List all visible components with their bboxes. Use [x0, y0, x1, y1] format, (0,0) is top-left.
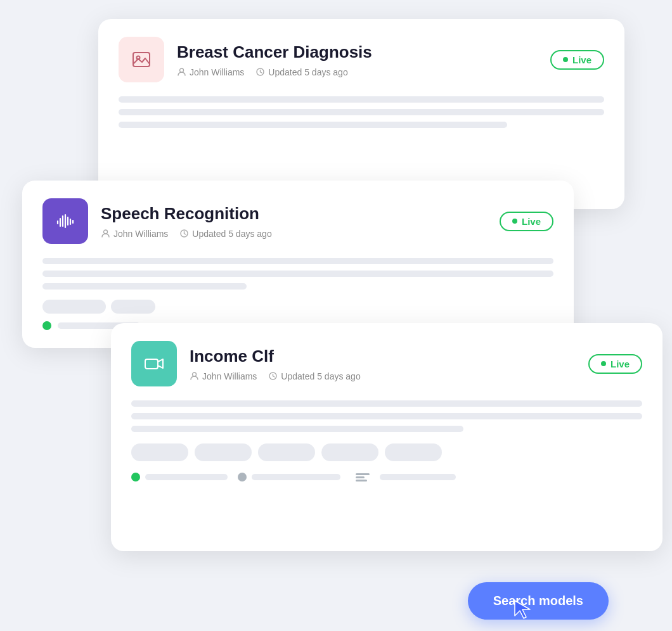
icon-line [356, 476, 365, 478]
person-icon-2 [101, 229, 110, 238]
skeleton-area-2 [42, 258, 553, 290]
skeleton-line [131, 413, 642, 419]
skeleton-line [131, 400, 642, 407]
card-title-2: Speech Recognition [101, 204, 487, 224]
card-author-1: John Williams [177, 67, 244, 77]
svg-rect-0 [133, 53, 150, 67]
card-title-3: Income Clf [190, 347, 576, 366]
pill [42, 300, 106, 314]
video-icon [143, 352, 165, 375]
card-author-3: John Williams [190, 371, 257, 381]
image-icon [130, 48, 153, 71]
search-button-label: Search models [493, 594, 583, 608]
live-badge-1: Live [550, 50, 604, 70]
card-icon-breast-cancer [119, 37, 164, 82]
metric-dot-gray [238, 473, 247, 481]
live-badge-2: Live [500, 212, 553, 231]
audio-icon [54, 210, 77, 233]
live-dot-1 [563, 57, 568, 62]
clock-icon-2 [179, 229, 189, 238]
metric-bar [380, 474, 456, 480]
live-badge-3: Live [588, 354, 642, 374]
metric-icon-lines [356, 473, 370, 481]
skeleton-area-3 [131, 400, 642, 432]
metric-item-gray [238, 473, 340, 481]
metric-item-icon [356, 473, 456, 481]
svg-point-11 [104, 230, 108, 234]
tag-pill [321, 443, 378, 461]
clock-icon-1 [255, 67, 265, 77]
metric-icon [356, 473, 370, 481]
card-title-area-1: Breast Cancer Diagnosis John Williams [177, 42, 538, 77]
card-title-area-3: Income Clf John Williams [190, 347, 576, 381]
card-icon-speech [42, 198, 88, 244]
svg-rect-13 [145, 359, 158, 369]
search-models-button[interactable]: Search models [468, 582, 609, 620]
metric-item-green [131, 473, 228, 481]
skeleton-line [119, 96, 604, 103]
live-dot-3 [601, 361, 606, 366]
tags-row [131, 443, 642, 461]
scene: Breast Cancer Diagnosis John Williams [0, 0, 672, 631]
skeleton-line [42, 258, 553, 264]
tag-pill [385, 443, 442, 461]
person-icon [177, 67, 186, 77]
card-updated-3: Updated 5 days ago [268, 371, 360, 381]
card-header-3: Income Clf John Williams [131, 341, 642, 386]
card-header-1: Breast Cancer Diagnosis John Williams [119, 37, 604, 82]
svg-marker-16 [515, 601, 530, 618]
live-dot-2 [512, 219, 517, 224]
metric-bar [252, 474, 340, 480]
tag-pill [195, 443, 252, 461]
card-title-area-2: Speech Recognition John Williams [101, 204, 487, 239]
pill [111, 300, 155, 314]
clock-icon-3 [268, 371, 278, 381]
skeleton-line [42, 271, 553, 277]
metric-dot-green-2 [42, 321, 51, 330]
metrics-row [131, 473, 642, 481]
metric-dot-green [131, 473, 140, 481]
skeleton-line [42, 283, 247, 290]
card-icon-income [131, 341, 177, 386]
card-income-clf: Income Clf John Williams [111, 323, 662, 551]
card-updated-1: Updated 5 days ago [255, 67, 347, 77]
cursor-arrow-icon [512, 598, 535, 621]
card-2-bottom-pills [42, 300, 553, 314]
svg-point-2 [180, 68, 184, 72]
card-header-2: Speech Recognition John Williams [42, 198, 553, 244]
card-meta-2: John Williams Updated 5 days ago [101, 229, 487, 239]
icon-line [356, 473, 370, 475]
person-icon-3 [190, 371, 199, 381]
card-updated-2: Updated 5 days ago [179, 229, 271, 239]
card-author-2: John Williams [101, 229, 168, 239]
metric-bar [145, 474, 228, 480]
svg-point-14 [193, 373, 197, 376]
card-meta-1: John Williams Updated 5 days ago [177, 67, 538, 77]
skeleton-line [119, 109, 604, 115]
card-meta-3: John Williams Updated 5 days ago [190, 371, 576, 381]
skeleton-line [131, 426, 463, 432]
icon-line [356, 480, 367, 481]
tag-pill [258, 443, 315, 461]
skeleton-area-1 [119, 96, 604, 128]
card-title-1: Breast Cancer Diagnosis [177, 42, 538, 62]
tag-pill [131, 443, 188, 461]
skeleton-line [119, 122, 507, 128]
